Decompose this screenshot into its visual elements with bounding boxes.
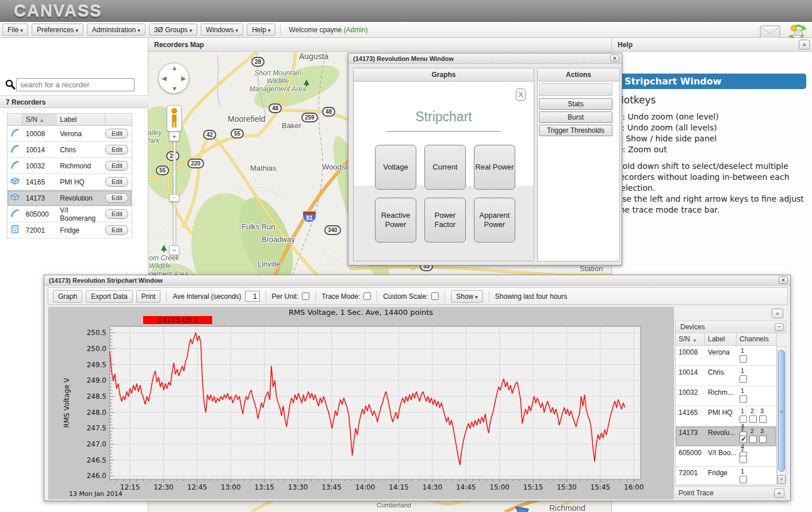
device-row[interactable]: 72001 Fridge 1	[676, 467, 776, 485]
edit-button[interactable]: Edit	[105, 225, 128, 235]
channel-checkbox[interactable]	[740, 355, 747, 363]
channel-checkbox[interactable]	[740, 395, 747, 403]
pan-up-icon[interactable]: ▲	[171, 64, 178, 71]
trace-mode-checkbox[interactable]	[363, 292, 371, 300]
zoom-slider-handle[interactable]: −	[169, 194, 179, 202]
graph-button[interactable]: Graph	[53, 290, 82, 303]
zoom-in-button[interactable]: +	[169, 132, 179, 141]
menu-preferences[interactable]: Preferences▾	[32, 24, 83, 36]
trigger-thresholds-button[interactable]: Trigger Thresholds	[539, 125, 612, 136]
sort-ascending-icon: ▲	[692, 337, 697, 342]
recorders-table: S/N▲ Label 10008 Verona Edit 10014 Chris…	[7, 113, 132, 238]
close-icon[interactable]: ×	[779, 276, 788, 284]
channel-checkbox[interactable]	[740, 456, 747, 463]
sn-column-header[interactable]: S/N▲	[22, 114, 56, 125]
close-icon[interactable]: ×	[610, 55, 619, 62]
edit-button[interactable]: Edit	[105, 193, 128, 203]
channel-checkbox[interactable]	[749, 436, 757, 443]
stats-button[interactable]: Stats	[539, 98, 612, 110]
zoom-slider[interactable]	[173, 141, 176, 246]
minimize-icon[interactable]: −	[775, 323, 784, 331]
stripchart-group-dismiss-button[interactable]: X	[516, 88, 526, 101]
devices-scrollbar[interactable]: ≡ ˅	[777, 346, 786, 485]
svg-text:248.5: 248.5	[87, 392, 106, 401]
real-power-button[interactable]: Real Power	[474, 145, 515, 190]
device-row[interactable]: 14165 PMI HQ 1234	[676, 406, 776, 426]
sort-ascending-icon: ▲	[40, 118, 44, 123]
device-channels: 1	[737, 366, 776, 386]
reactive-power-button[interactable]: Reactive Power	[375, 198, 416, 242]
map-pan-control[interactable]: ▲ ▼ ◀ ▶	[158, 63, 189, 94]
device-row-selected[interactable]: 14173 Revolu... 1234	[676, 426, 776, 446]
svg-text:13:15: 13:15	[254, 483, 274, 491]
device-row[interactable]: 10014 Chris 1	[676, 366, 776, 386]
menu-windows[interactable]: Windows▾	[201, 24, 243, 36]
power-factor-button[interactable]: Power Factor	[424, 198, 466, 242]
burst-button[interactable]: Burst	[539, 111, 612, 123]
per-unit-checkbox[interactable]	[302, 292, 309, 300]
apparent-power-button[interactable]: Apparent Power	[474, 198, 515, 242]
channel-checkbox[interactable]	[759, 415, 767, 423]
revolution-stripchart-window: (14173) Revolution Stripchart Window × G…	[44, 275, 791, 501]
add-point-trace-button[interactable]: +	[774, 488, 784, 498]
label-column-header[interactable]: Label	[705, 333, 737, 345]
recorder-row[interactable]: 605000 V/I Boomerang Edit	[7, 206, 132, 222]
menu-3phase-groups[interactable]: 3Ø Groups▾	[149, 24, 197, 36]
pan-right-icon[interactable]: ▶	[181, 75, 186, 82]
label-column-header[interactable]: Label	[56, 114, 105, 125]
recorder-sn: 14165	[22, 178, 56, 186]
print-button[interactable]: Print	[136, 290, 161, 303]
app-header: CANVASS	[0, 0, 812, 22]
channel-checkbox[interactable]	[740, 436, 747, 443]
menu-file[interactable]: File▾	[2, 24, 28, 36]
menu-window-titlebar[interactable]: (14173) Revolution Menu Window ×	[348, 53, 622, 64]
channel-checkbox[interactable]	[759, 436, 767, 443]
export-data-button[interactable]: Export Data	[86, 290, 132, 303]
device-row[interactable]: 10032 Richm... 1	[676, 386, 776, 406]
divider	[315, 291, 316, 302]
recorder-row[interactable]: 14165 PMI HQ Edit	[7, 174, 132, 190]
edit-button[interactable]: Edit	[105, 145, 128, 155]
ave-interval-input[interactable]	[245, 291, 260, 302]
help-collapse-button[interactable]: »	[799, 40, 810, 49]
channel-checkbox[interactable]	[740, 476, 747, 483]
svg-text:15:00: 15:00	[489, 483, 510, 491]
recorder-row-selected[interactable]: 14173 Revolution Edit	[7, 190, 132, 206]
device-sn: 605000	[676, 446, 705, 466]
sn-column-header[interactable]: S/N▲	[676, 333, 705, 345]
menu-administration[interactable]: Administration▾	[87, 24, 145, 36]
devices-collapse-button[interactable]: »	[772, 309, 783, 318]
current-button[interactable]: Current	[424, 145, 466, 190]
edit-button[interactable]: Edit	[105, 161, 128, 171]
edit-button[interactable]: Edit	[105, 209, 128, 219]
edit-button[interactable]: Edit	[105, 129, 128, 138]
channel-checkbox[interactable]	[740, 415, 747, 423]
search-input[interactable]	[16, 78, 135, 91]
recorder-row[interactable]: 10008 Verona Edit	[7, 126, 132, 142]
map-marker-icon[interactable]	[514, 505, 530, 512]
pan-down-icon[interactable]: ▼	[171, 85, 178, 92]
custom-scale-checkbox[interactable]	[431, 292, 439, 300]
pegman-icon[interactable]	[167, 105, 182, 132]
stripchart-window-titlebar[interactable]: (14173) Revolution Stripchart Window ×	[44, 275, 790, 286]
scroll-down-button[interactable]: ˅	[777, 475, 786, 484]
channel-checkbox[interactable]	[749, 415, 757, 423]
device-label: Fridge	[705, 467, 737, 485]
channel-number: 1	[740, 407, 749, 415]
recorder-row[interactable]: 10014 Chris Edit	[7, 142, 132, 158]
recorder-row[interactable]: 10032 Richmond Edit	[7, 158, 132, 174]
edit-button[interactable]: Edit	[105, 177, 128, 187]
voltage-button[interactable]: Voltage	[375, 145, 416, 190]
recorder-row[interactable]: 72001 Fridge Edit	[7, 222, 132, 238]
channel-checkbox[interactable]	[740, 375, 747, 383]
menu-help[interactable]: Help▾	[247, 24, 275, 36]
scrollbar-thumb[interactable]: ≡	[778, 350, 785, 472]
show-dropdown[interactable]: Show▾	[451, 290, 483, 303]
device-row[interactable]: 605000 V/I Boo... 1	[676, 446, 776, 467]
pan-left-icon[interactable]: ◀	[162, 75, 166, 82]
zoom-out-button[interactable]: −	[169, 245, 179, 255]
recorder-sn: 605000	[22, 210, 56, 218]
device-row[interactable]: 10008 Verona 1	[676, 346, 776, 366]
stripchart-plot[interactable]: 246.0246.5247.0247.5248.0248.5249.0249.5…	[48, 307, 673, 499]
recorder-boomerang-icon	[7, 144, 22, 156]
